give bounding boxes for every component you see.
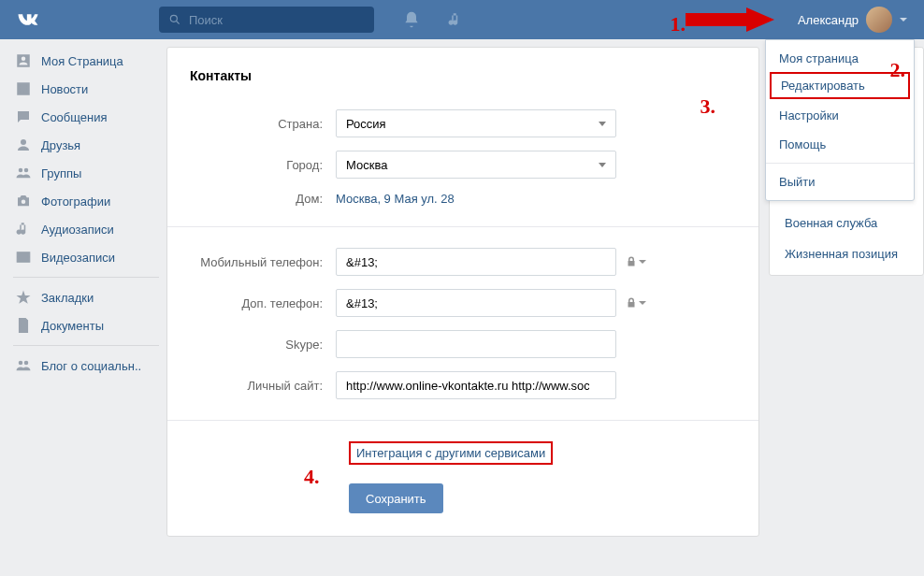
- notifications-icon[interactable]: [402, 10, 421, 29]
- altphone-input[interactable]: [346, 296, 589, 310]
- site-input-wrap: [336, 371, 616, 399]
- sidebar-item-news[interactable]: Новости: [9, 75, 159, 103]
- search-box[interactable]: [159, 7, 374, 33]
- svg-point-4: [24, 168, 29, 173]
- svg-line-1: [177, 22, 180, 24]
- tab-position[interactable]: Жизненная позиция: [770, 238, 923, 269]
- mobile-input-wrap: [336, 248, 616, 276]
- tab-military[interactable]: Военная служба: [770, 208, 923, 238]
- sidebar-item-label: Сообщения: [41, 110, 108, 124]
- dropdown-item-edit[interactable]: Редактировать: [770, 72, 910, 99]
- sidebar-item-audio[interactable]: Аудиозаписи: [9, 215, 159, 243]
- sidebar-item-friends[interactable]: Друзья: [9, 131, 159, 159]
- profile-menu-trigger[interactable]: Александр: [798, 7, 907, 33]
- mobile-input[interactable]: [346, 255, 589, 269]
- dropdown-item-mypage[interactable]: Моя страница: [766, 44, 914, 73]
- country-value: Россия: [346, 117, 386, 131]
- sidebar-item-documents[interactable]: Документы: [9, 311, 159, 339]
- lock-icon: [626, 256, 637, 267]
- sidebar-item-label: Документы: [41, 319, 104, 333]
- mobile-label: Мобильный телефон:: [190, 255, 336, 269]
- svg-point-2: [21, 139, 26, 145]
- left-sidebar: Моя Страница Новости Сообщения Друзья Гр…: [0, 47, 159, 537]
- sidebar-item-messages[interactable]: Сообщения: [9, 103, 159, 131]
- save-button[interactable]: Сохранить: [349, 483, 443, 513]
- altphone-input-wrap: [336, 289, 616, 317]
- skype-input[interactable]: [346, 338, 589, 352]
- top-header: Александр: [0, 0, 924, 39]
- dropdown-item-logout[interactable]: Выйти: [766, 167, 914, 196]
- sidebar-item-video[interactable]: Видеозаписи: [9, 243, 159, 271]
- sidebar-item-mypage[interactable]: Моя Страница: [9, 47, 159, 75]
- integration-link[interactable]: Интеграция с другими сервисами: [356, 446, 545, 460]
- skype-label: Skype:: [190, 338, 336, 352]
- sidebar-item-label: Моя Страница: [41, 54, 123, 68]
- site-label: Личный сайт:: [190, 379, 336, 393]
- svg-point-7: [24, 361, 29, 366]
- skype-input-wrap: [336, 330, 616, 358]
- city-select[interactable]: Москва: [336, 151, 616, 179]
- sidebar-item-label: Фотографии: [41, 194, 110, 209]
- sidebar-item-label: Группы: [41, 166, 81, 180]
- sidebar-item-blog[interactable]: Блог о социальн..: [9, 352, 159, 380]
- sidebar-item-label: Закладки: [41, 291, 94, 305]
- city-label: Город:: [190, 158, 336, 172]
- svg-point-6: [19, 361, 23, 366]
- profile-username: Александр: [798, 13, 859, 27]
- country-select[interactable]: Россия: [336, 109, 616, 137]
- dropdown-item-help[interactable]: Помощь: [766, 130, 914, 159]
- search-input[interactable]: [189, 13, 348, 27]
- altphone-label: Доп. телефон:: [190, 296, 336, 310]
- home-value[interactable]: Москва, 9 Мая ул. 28: [336, 192, 455, 206]
- country-label: Страна:: [190, 117, 336, 131]
- dropdown-item-settings[interactable]: Настройки: [766, 101, 914, 130]
- sidebar-item-label: Аудиозаписи: [41, 223, 114, 237]
- lock-icon: [626, 297, 637, 309]
- contacts-form-card: Контакты Страна: Россия Город: Москва До…: [166, 47, 759, 537]
- city-value: Москва: [346, 158, 387, 172]
- svg-point-0: [170, 15, 177, 22]
- vk-logo[interactable]: [15, 7, 41, 33]
- music-icon[interactable]: [447, 10, 464, 29]
- annotation-arrow: [686, 7, 774, 32]
- svg-point-5: [22, 200, 26, 205]
- avatar: [866, 7, 892, 33]
- chevron-down-icon: [900, 18, 907, 22]
- sidebar-item-label: Друзья: [41, 138, 80, 152]
- altphone-privacy[interactable]: [626, 297, 646, 309]
- sidebar-item-bookmarks[interactable]: Закладки: [9, 283, 159, 311]
- sidebar-item-photos[interactable]: Фотографии: [9, 187, 159, 215]
- integration-row: Интеграция с другими сервисами: [190, 441, 736, 465]
- sidebar-item-label: Блог о социальн..: [41, 359, 141, 373]
- svg-point-3: [19, 168, 23, 173]
- mobile-privacy[interactable]: [626, 256, 646, 267]
- sidebar-item-label: Новости: [41, 82, 88, 96]
- dropdown-separator: [766, 163, 914, 164]
- page-title: Контакты: [190, 68, 736, 83]
- sidebar-item-groups[interactable]: Группы: [9, 159, 159, 187]
- profile-dropdown: Моя страница Редактировать Настройки Пом…: [765, 39, 915, 201]
- site-input[interactable]: [346, 379, 589, 393]
- home-label: Дом:: [190, 192, 336, 206]
- search-icon: [168, 13, 181, 26]
- sidebar-item-label: Видеозаписи: [41, 251, 115, 265]
